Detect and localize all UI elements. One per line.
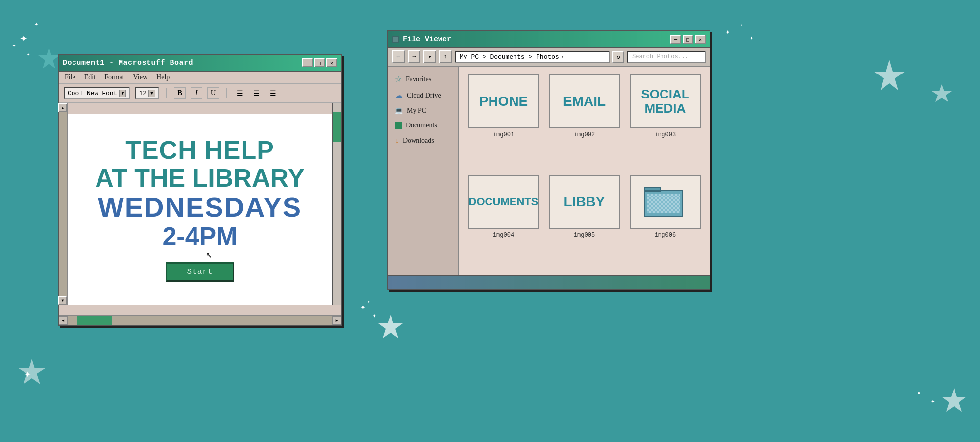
nav-forward-button[interactable]: → <box>408 50 420 63</box>
file-thumb-img003: SOCIALMEDIA <box>630 74 701 128</box>
sidebar-label-downloads: Downloads <box>403 137 434 145</box>
underline-button[interactable]: U <box>207 87 219 99</box>
menu-file[interactable]: File <box>65 74 75 81</box>
search-box[interactable]: Search Photos... <box>627 51 706 63</box>
doc-horizontal-scrollbar[interactable]: ◄ ► <box>59 315 341 325</box>
downloads-icon: ↓ <box>395 136 399 145</box>
h-scroll-track[interactable] <box>68 316 332 325</box>
refresh-button[interactable]: ↻ <box>612 51 624 63</box>
doc-vertical-scrollbar[interactable]: ▲ ▼ <box>59 103 68 305</box>
file-item-img002[interactable]: EMAIL img002 <box>548 74 621 167</box>
file-close-button[interactable]: ✕ <box>695 35 706 44</box>
star-decoration: ✦ <box>750 34 753 42</box>
align-center-button[interactable]: ☰ <box>250 87 262 99</box>
file-body: ☆ Favorites ☁ Cloud Drive 💻 My PC Docume… <box>388 67 710 275</box>
star-decoration: ✦ <box>27 51 30 57</box>
scroll-up-button[interactable]: ▲ <box>58 103 67 112</box>
content-line1: TECH HELP <box>95 136 305 164</box>
doc-body: ▲ ▼ TECH HELP AT THE LIBRARY WEDNESDAYS … <box>59 103 341 305</box>
sidebar-item-favorites[interactable]: ☆ Favorites <box>392 73 454 86</box>
sidebar-label-my-pc: My PC <box>407 107 426 115</box>
file-window-controls: ─ □ ✕ <box>670 35 706 44</box>
toolbar-separator-2 <box>226 88 227 98</box>
scroll-down-button[interactable]: ▼ <box>58 296 67 305</box>
address-text: My PC > Documents > Photos <box>460 53 559 61</box>
svg-marker-2 <box>932 84 952 102</box>
star-decoration: ✦ <box>12 42 16 49</box>
star-small-right <box>931 83 953 105</box>
size-dropdown-arrow[interactable]: ▼ <box>148 90 155 97</box>
file-statusbar <box>388 275 710 289</box>
sidebar-item-my-pc[interactable]: 💻 My PC <box>392 105 454 117</box>
doc-maximize-button[interactable]: □ <box>314 58 325 67</box>
file-navbar: ← → ▾ ↑ My PC > Documents > Photos ▾ ↻ S… <box>388 48 710 67</box>
italic-button[interactable]: I <box>191 87 202 99</box>
file-item-img005[interactable]: LIBBY img005 <box>548 175 621 268</box>
start-button[interactable]: Start <box>166 262 234 282</box>
file-item-img004[interactable]: DOCUMENTS img004 <box>467 175 540 268</box>
bold-button[interactable]: B <box>174 87 186 99</box>
file-item-img001[interactable]: PHONE img001 <box>467 74 540 167</box>
doc-ruler <box>68 103 332 114</box>
svg-marker-0 <box>38 48 60 69</box>
file-window-icon <box>392 36 399 43</box>
doc-content: TECH HELP AT THE LIBRARY WEDNESDAYS 2-4P… <box>95 131 305 282</box>
nav-up-button[interactable]: ↑ <box>439 50 452 63</box>
file-minimize-button[interactable]: ─ <box>670 35 681 44</box>
font-dropdown-arrow[interactable]: ▼ <box>119 90 126 97</box>
doc-toolbar: Cool New Font ▼ 12 ▼ B I U ☰ ☰ ☰ <box>59 84 341 103</box>
file-grid: PHONE img001 EMAIL img002 SOCIALMEDIA im… <box>459 67 710 275</box>
doc-title: Document1 - Macrostuff Board <box>63 59 193 67</box>
align-right-button[interactable]: ☰ <box>267 87 279 99</box>
document-window: Document1 - Macrostuff Board ─ □ ✕ File … <box>58 54 342 326</box>
sidebar-label-cloud-drive: Cloud Drive <box>407 92 441 99</box>
svg-rect-8 <box>647 194 680 213</box>
search-placeholder: Search Photos... <box>632 53 688 60</box>
scroll-left-button[interactable]: ◄ <box>59 316 68 325</box>
h-scroll-thumb[interactable] <box>77 316 112 325</box>
nav-dropdown-button[interactable]: ▾ <box>423 50 436 63</box>
doc-right-scrollbar[interactable] <box>332 103 341 305</box>
content-line4: 2-4PM <box>95 222 305 250</box>
doc-menubar: File Edit Format View Help <box>59 72 341 84</box>
menu-format[interactable]: Format <box>104 74 124 81</box>
file-item-img003[interactable]: SOCIALMEDIA img003 <box>629 74 702 167</box>
nav-back-button[interactable]: ← <box>392 50 405 63</box>
address-dropdown-arrow[interactable]: ▾ <box>561 54 564 60</box>
sidebar-item-documents[interactable]: Documents <box>392 120 454 131</box>
file-label-img006: img006 <box>655 232 676 239</box>
menu-edit[interactable]: Edit <box>84 74 96 81</box>
star-decoration: ✦ <box>725 27 730 37</box>
star-bottom-right <box>941 387 968 414</box>
doc-minimize-button[interactable]: ─ <box>302 58 313 67</box>
address-bar[interactable]: My PC > Documents > Photos ▾ <box>455 51 610 63</box>
svg-marker-5 <box>942 388 966 412</box>
sidebar-item-cloud-drive[interactable]: ☁ Cloud Drive <box>392 89 454 102</box>
file-text-img004: DOCUMENTS <box>469 196 539 208</box>
menu-view[interactable]: View <box>133 74 147 81</box>
scroll-right-button[interactable]: ► <box>332 316 341 325</box>
file-item-img006[interactable]: img006 <box>629 175 702 268</box>
file-text-img002: EMAIL <box>563 94 606 109</box>
file-title: File Viewer <box>403 35 451 44</box>
file-thumb-img005: LIBBY <box>549 175 620 229</box>
star-decoration: ✦ <box>916 387 922 398</box>
file-titlebar: File Viewer ─ □ ✕ <box>388 31 710 48</box>
sidebar-item-downloads[interactable]: ↓ Downloads <box>392 134 454 147</box>
align-left-button[interactable]: ☰ <box>234 87 245 99</box>
content-line3: WEDNESDAYS <box>95 192 305 222</box>
font-size: 12 <box>139 90 147 97</box>
menu-help[interactable]: Help <box>156 74 170 81</box>
doc-window-controls: ─ □ ✕ <box>302 58 337 67</box>
file-thumb-img002: EMAIL <box>549 74 620 128</box>
scroll-thumb[interactable] <box>333 112 341 142</box>
doc-close-button[interactable]: ✕ <box>326 58 337 67</box>
size-selector[interactable]: 12 ▼ <box>135 87 159 99</box>
star-decoration: ✦ <box>34 20 38 28</box>
file-maximize-button[interactable]: □ <box>683 35 693 44</box>
star-bottom-left <box>17 358 47 387</box>
scroll-track[interactable] <box>59 112 67 296</box>
folder-icon <box>643 184 687 221</box>
cloud-drive-icon: ☁ <box>395 91 403 100</box>
font-selector[interactable]: Cool New Font ▼ <box>64 87 130 99</box>
